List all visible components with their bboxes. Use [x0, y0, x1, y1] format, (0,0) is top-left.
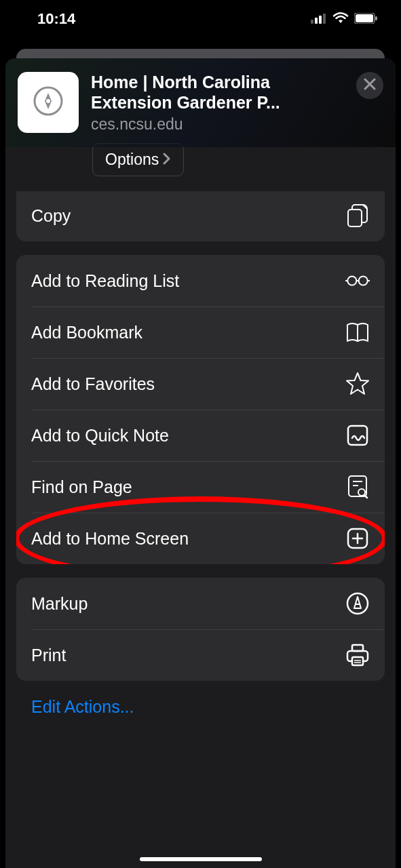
add-favorites-row[interactable]: Add to Favorites	[16, 358, 385, 410]
svg-point-11	[347, 276, 356, 285]
close-icon	[364, 78, 376, 93]
svg-rect-2	[319, 16, 322, 24]
copy-label: Copy	[31, 206, 71, 226]
svg-rect-0	[311, 20, 313, 24]
find-on-page-label: Find on Page	[31, 477, 132, 497]
print-row[interactable]: Print	[16, 629, 385, 681]
markup-row[interactable]: Markup	[16, 578, 385, 629]
quick-note-icon	[345, 423, 370, 448]
star-icon	[345, 372, 370, 396]
markup-label: Markup	[31, 594, 88, 614]
actions-group-3: Markup Print	[16, 578, 385, 681]
add-reading-list-label: Add to Reading List	[31, 271, 179, 291]
add-bookmark-row[interactable]: Add Bookmark	[16, 307, 385, 358]
svg-point-12	[359, 276, 368, 285]
status-time: 10:14	[37, 10, 75, 28]
add-home-screen-label: Add to Home Screen	[31, 529, 189, 549]
add-quick-note-label: Add to Quick Note	[31, 426, 169, 446]
actions-group-1: Copy	[16, 191, 385, 241]
copy-icon	[345, 203, 370, 228]
actions-scroll-area[interactable]: Copy Add to Reading List Add Bookmark	[5, 191, 396, 868]
home-indicator[interactable]	[140, 857, 262, 861]
copy-row[interactable]: Copy	[16, 191, 385, 241]
chevron-right-icon	[163, 151, 171, 169]
page-info: Home | North Carolina Extension Gardener…	[91, 72, 344, 134]
printer-icon	[345, 643, 370, 667]
svg-rect-6	[375, 16, 377, 20]
sheet-header: Home | North Carolina Extension Gardener…	[5, 58, 396, 147]
page-title: Home | North Carolina Extension Gardener…	[91, 72, 344, 113]
find-on-page-row[interactable]: Find on Page	[16, 461, 385, 513]
battery-icon	[354, 10, 377, 28]
add-reading-list-row[interactable]: Add to Reading List	[16, 255, 385, 307]
find-icon	[345, 475, 370, 499]
add-home-screen-row[interactable]: Add to Home Screen	[16, 513, 385, 564]
book-icon	[345, 320, 370, 344]
svg-rect-5	[356, 14, 373, 22]
cellular-signal-icon	[311, 10, 327, 28]
close-button[interactable]	[356, 72, 383, 99]
share-sheet: Home | North Carolina Extension Gardener…	[5, 58, 396, 868]
svg-rect-16	[348, 426, 367, 445]
edit-actions-link[interactable]: Edit Actions...	[16, 694, 385, 730]
add-bookmark-label: Add Bookmark	[31, 323, 142, 342]
edit-actions-label: Edit Actions...	[31, 697, 134, 716]
svg-point-9	[46, 99, 50, 103]
add-quick-note-row[interactable]: Add to Quick Note	[16, 410, 385, 461]
svg-rect-28	[352, 645, 363, 651]
glasses-icon	[345, 269, 370, 293]
page-url: ces.ncsu.edu	[91, 115, 344, 134]
markup-icon	[345, 591, 370, 616]
plus-square-icon	[345, 526, 370, 551]
print-label: Print	[31, 646, 66, 665]
options-label: Options	[105, 151, 159, 169]
wifi-icon	[332, 10, 349, 28]
svg-line-21	[364, 495, 367, 498]
svg-rect-29	[352, 657, 363, 665]
status-bar: 10:14	[0, 0, 401, 37]
sheet-backdrop	[16, 49, 385, 58]
status-icons	[311, 10, 377, 28]
svg-rect-3	[323, 14, 326, 24]
actions-group-2: Add to Reading List Add Bookmark Add to …	[16, 255, 385, 564]
add-favorites-label: Add to Favorites	[31, 374, 155, 394]
compass-icon	[32, 85, 64, 120]
page-icon-thumbnail	[18, 72, 79, 133]
svg-rect-1	[315, 18, 318, 24]
options-button[interactable]: Options	[92, 143, 184, 176]
svg-rect-10	[348, 210, 362, 226]
options-row: Options	[5, 143, 396, 191]
